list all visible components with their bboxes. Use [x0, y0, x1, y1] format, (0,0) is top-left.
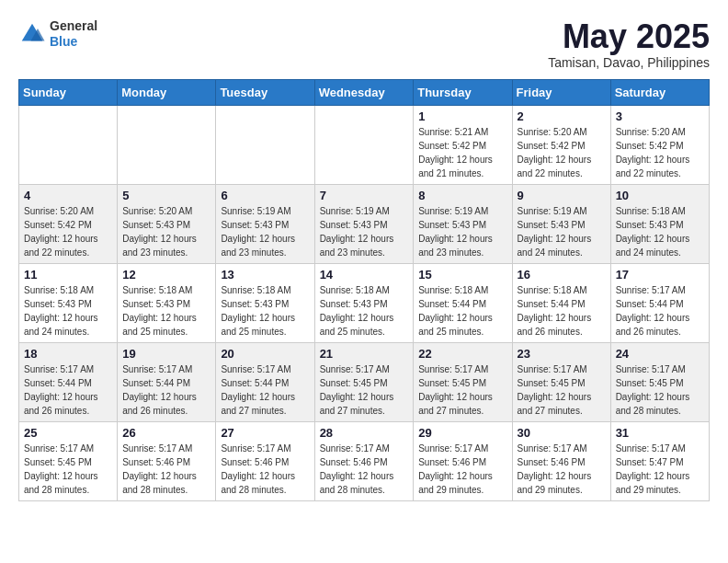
day-number: 13: [221, 268, 309, 282]
calendar-cell: 23Sunrise: 5:17 AM Sunset: 5:45 PM Dayli…: [512, 342, 610, 421]
day-info: Sunrise: 5:17 AM Sunset: 5:45 PM Dayligh…: [418, 362, 506, 418]
calendar-cell: [314, 105, 414, 184]
calendar-cell: 9Sunrise: 5:19 AM Sunset: 5:43 PM Daylig…: [512, 184, 610, 263]
logo-text: General Blue: [50, 18, 97, 50]
logo-icon: [18, 20, 46, 48]
calendar-cell: 26Sunrise: 5:17 AM Sunset: 5:46 PM Dayli…: [118, 421, 216, 500]
day-info: Sunrise: 5:20 AM Sunset: 5:42 PM Dayligh…: [616, 125, 704, 180]
day-number: 15: [418, 268, 506, 282]
calendar-week-row: 4Sunrise: 5:20 AM Sunset: 5:42 PM Daylig…: [19, 184, 710, 263]
day-number: 9: [518, 189, 606, 202]
page-header: General Blue May 2025 Tamisan, Davao, Ph…: [18, 18, 710, 70]
day-number: 7: [320, 189, 409, 202]
logo: General Blue: [18, 18, 97, 50]
calendar-cell: 18Sunrise: 5:17 AM Sunset: 5:44 PM Dayli…: [19, 342, 118, 421]
calendar-cell: 20Sunrise: 5:17 AM Sunset: 5:44 PM Dayli…: [216, 342, 314, 421]
calendar-cell: 12Sunrise: 5:18 AM Sunset: 5:43 PM Dayli…: [118, 263, 216, 342]
calendar-cell: 24Sunrise: 5:17 AM Sunset: 5:45 PM Dayli…: [610, 342, 709, 421]
calendar-cell: 30Sunrise: 5:17 AM Sunset: 5:46 PM Dayli…: [512, 421, 610, 500]
calendar-cell: 16Sunrise: 5:18 AM Sunset: 5:44 PM Dayli…: [512, 263, 610, 342]
calendar-cell: 7Sunrise: 5:19 AM Sunset: 5:43 PM Daylig…: [314, 184, 414, 263]
calendar-cell: [118, 105, 216, 184]
column-header-tuesday: Tuesday: [216, 79, 314, 105]
day-info: Sunrise: 5:18 AM Sunset: 5:43 PM Dayligh…: [320, 283, 409, 339]
month-title: May 2025: [548, 18, 710, 55]
day-info: Sunrise: 5:17 AM Sunset: 5:47 PM Dayligh…: [616, 442, 704, 497]
day-info: Sunrise: 5:17 AM Sunset: 5:45 PM Dayligh…: [320, 362, 409, 418]
calendar-cell: 14Sunrise: 5:18 AM Sunset: 5:43 PM Dayli…: [314, 263, 414, 342]
day-info: Sunrise: 5:18 AM Sunset: 5:43 PM Dayligh…: [24, 283, 112, 339]
logo-line1: General: [50, 18, 97, 34]
calendar-cell: 5Sunrise: 5:20 AM Sunset: 5:43 PM Daylig…: [118, 184, 216, 263]
day-number: 25: [24, 426, 112, 440]
day-number: 31: [616, 426, 704, 440]
column-header-wednesday: Wednesday: [314, 79, 414, 105]
calendar-cell: 17Sunrise: 5:17 AM Sunset: 5:44 PM Dayli…: [610, 263, 709, 342]
day-info: Sunrise: 5:17 AM Sunset: 5:46 PM Dayligh…: [518, 442, 606, 497]
day-number: 11: [24, 268, 112, 282]
day-info: Sunrise: 5:18 AM Sunset: 5:44 PM Dayligh…: [518, 283, 606, 339]
calendar-week-row: 11Sunrise: 5:18 AM Sunset: 5:43 PM Dayli…: [19, 263, 710, 342]
calendar-header-row: SundayMondayTuesdayWednesdayThursdayFrid…: [19, 79, 710, 105]
day-info: Sunrise: 5:17 AM Sunset: 5:44 PM Dayligh…: [221, 362, 309, 418]
calendar-cell: 3Sunrise: 5:20 AM Sunset: 5:42 PM Daylig…: [610, 105, 709, 184]
day-number: 5: [122, 189, 210, 202]
calendar-cell: 22Sunrise: 5:17 AM Sunset: 5:45 PM Dayli…: [414, 342, 512, 421]
logo-line2: Blue: [50, 34, 97, 50]
day-number: 22: [418, 347, 506, 361]
day-info: Sunrise: 5:17 AM Sunset: 5:44 PM Dayligh…: [616, 283, 704, 339]
day-info: Sunrise: 5:17 AM Sunset: 5:45 PM Dayligh…: [24, 442, 112, 497]
calendar-cell: 19Sunrise: 5:17 AM Sunset: 5:44 PM Dayli…: [118, 342, 216, 421]
day-number: 4: [24, 189, 112, 202]
day-info: Sunrise: 5:18 AM Sunset: 5:43 PM Dayligh…: [221, 283, 309, 339]
day-number: 8: [418, 189, 506, 202]
day-info: Sunrise: 5:20 AM Sunset: 5:43 PM Dayligh…: [122, 204, 210, 259]
column-header-monday: Monday: [118, 79, 216, 105]
calendar-week-row: 25Sunrise: 5:17 AM Sunset: 5:45 PM Dayli…: [19, 421, 710, 500]
calendar-cell: 27Sunrise: 5:17 AM Sunset: 5:46 PM Dayli…: [216, 421, 314, 500]
calendar-cell: 15Sunrise: 5:18 AM Sunset: 5:44 PM Dayli…: [414, 263, 512, 342]
day-number: 6: [221, 189, 309, 202]
calendar-cell: 13Sunrise: 5:18 AM Sunset: 5:43 PM Dayli…: [216, 263, 314, 342]
day-number: 19: [122, 347, 210, 361]
day-number: 23: [518, 347, 606, 361]
column-header-saturday: Saturday: [610, 79, 709, 105]
day-info: Sunrise: 5:17 AM Sunset: 5:45 PM Dayligh…: [616, 362, 704, 418]
day-number: 20: [221, 347, 309, 361]
day-number: 24: [616, 347, 704, 361]
day-info: Sunrise: 5:17 AM Sunset: 5:46 PM Dayligh…: [221, 442, 309, 497]
calendar-cell: [216, 105, 314, 184]
calendar-week-row: 1Sunrise: 5:21 AM Sunset: 5:42 PM Daylig…: [19, 105, 710, 184]
day-number: 18: [24, 347, 112, 361]
calendar-cell: 28Sunrise: 5:17 AM Sunset: 5:46 PM Dayli…: [314, 421, 414, 500]
calendar-cell: 2Sunrise: 5:20 AM Sunset: 5:42 PM Daylig…: [512, 105, 610, 184]
day-info: Sunrise: 5:17 AM Sunset: 5:46 PM Dayligh…: [320, 442, 409, 497]
day-number: 26: [122, 426, 210, 440]
calendar-cell: 11Sunrise: 5:18 AM Sunset: 5:43 PM Dayli…: [19, 263, 118, 342]
day-number: 17: [616, 268, 704, 282]
day-info: Sunrise: 5:17 AM Sunset: 5:44 PM Dayligh…: [122, 362, 210, 418]
day-info: Sunrise: 5:19 AM Sunset: 5:43 PM Dayligh…: [221, 204, 309, 259]
calendar-cell: 4Sunrise: 5:20 AM Sunset: 5:42 PM Daylig…: [19, 184, 118, 263]
calendar-cell: 10Sunrise: 5:18 AM Sunset: 5:43 PM Dayli…: [610, 184, 709, 263]
day-info: Sunrise: 5:20 AM Sunset: 5:42 PM Dayligh…: [518, 125, 606, 180]
day-number: 12: [122, 268, 210, 282]
day-info: Sunrise: 5:19 AM Sunset: 5:43 PM Dayligh…: [320, 204, 409, 259]
column-header-thursday: Thursday: [414, 79, 512, 105]
column-header-sunday: Sunday: [19, 79, 118, 105]
day-info: Sunrise: 5:17 AM Sunset: 5:46 PM Dayligh…: [418, 442, 506, 497]
day-info: Sunrise: 5:19 AM Sunset: 5:43 PM Dayligh…: [518, 204, 606, 259]
day-number: 30: [518, 426, 606, 440]
calendar-table: SundayMondayTuesdayWednesdayThursdayFrid…: [18, 79, 710, 501]
day-number: 10: [616, 189, 704, 202]
location-subtitle: Tamisan, Davao, Philippines: [548, 55, 710, 70]
calendar-week-row: 18Sunrise: 5:17 AM Sunset: 5:44 PM Dayli…: [19, 342, 710, 421]
day-number: 14: [320, 268, 409, 282]
day-number: 3: [616, 109, 704, 123]
calendar-cell: 25Sunrise: 5:17 AM Sunset: 5:45 PM Dayli…: [19, 421, 118, 500]
day-info: Sunrise: 5:19 AM Sunset: 5:43 PM Dayligh…: [418, 204, 506, 259]
day-info: Sunrise: 5:17 AM Sunset: 5:45 PM Dayligh…: [518, 362, 606, 418]
calendar-cell: 29Sunrise: 5:17 AM Sunset: 5:46 PM Dayli…: [414, 421, 512, 500]
day-info: Sunrise: 5:20 AM Sunset: 5:42 PM Dayligh…: [24, 204, 112, 259]
day-info: Sunrise: 5:18 AM Sunset: 5:44 PM Dayligh…: [418, 283, 506, 339]
